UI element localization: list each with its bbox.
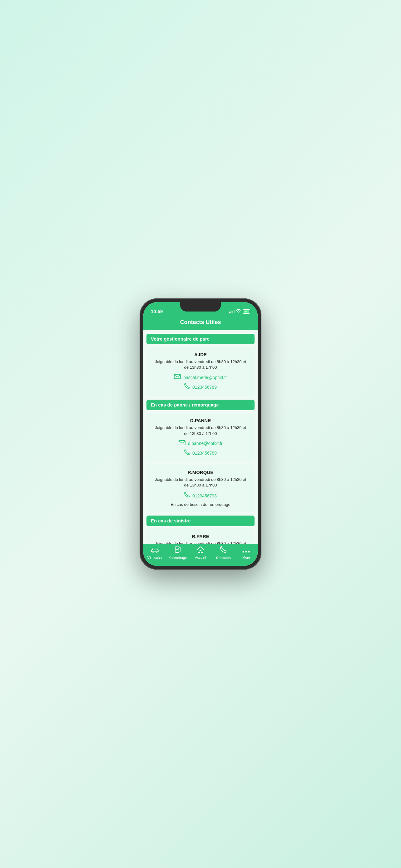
fuel-icon	[175, 546, 181, 555]
section-header-panne-label: En cas de panne / remorquage	[151, 402, 219, 407]
app-header: Contacts Utiles	[143, 316, 258, 330]
phone-icon-dpanne	[184, 449, 190, 457]
contact-rmorque-hours: Joignable du lundi au vendredi de 8h30 à…	[153, 477, 248, 488]
contact-rpare-name: R.PARE	[153, 534, 248, 539]
mail-icon-aide	[174, 374, 181, 380]
nav-more-label: More	[242, 556, 250, 559]
svg-point-7	[153, 552, 154, 553]
contact-rmorque-note: En cas de besoin de remorquage	[153, 502, 248, 507]
contact-card-rpare: R.PARE Joignable du lundi au vendredi de…	[146, 529, 255, 544]
nav-item-kilometrage[interactable]: Kilométrage	[166, 546, 189, 560]
contact-aide-name: A.IDE	[153, 352, 248, 357]
nav-accueil-label: Accueil	[195, 556, 206, 559]
section-header-gestionnaire: Votre gestionnaire de parc	[146, 334, 255, 344]
phone-nav-icon	[220, 546, 226, 555]
section-header-sinistre-label: En cas de sinistre	[151, 518, 191, 523]
status-time: 10:59	[151, 309, 163, 314]
contact-card-rmorque: R.MORQUE Joignable du lundi au vendredi …	[146, 465, 255, 512]
svg-point-11	[243, 551, 244, 553]
app-header-title: Contacts Utiles	[180, 319, 221, 325]
nav-item-vehicules[interactable]: Véhicules	[143, 547, 166, 559]
phone-frame: 10:59	[140, 299, 261, 569]
contact-aide-hours: Joignable du lundi au vendredi de 8h30 à…	[153, 359, 248, 370]
status-icons	[229, 309, 250, 314]
contact-dpanne-name: D.PANNE	[153, 418, 248, 423]
contact-dpanne-phone[interactable]: 0123456789	[192, 451, 217, 456]
contact-aide-email[interactable]: pascal.merle@optixt.fr	[183, 375, 227, 380]
contact-rpare-hours: Joignable du lundi au vendredi de 8h30 à…	[153, 541, 248, 544]
nav-item-more[interactable]: More	[235, 547, 258, 559]
more-icon	[242, 547, 250, 555]
svg-rect-10	[176, 548, 178, 550]
svg-rect-1	[248, 311, 249, 312]
contact-rmorque-phone-row[interactable]: 0123456798	[153, 492, 248, 500]
section-header-panne: En cas de panne / remorquage	[146, 400, 255, 410]
phone-screen: 10:59	[143, 302, 258, 566]
signal-icon	[229, 310, 235, 313]
contact-dpanne-phone-row[interactable]: 0123456789	[153, 449, 248, 457]
contact-rmorque-phone[interactable]: 0123456798	[192, 493, 217, 498]
contact-dpanne-hours: Joignable du lundi au vendredi de 8h30 à…	[153, 425, 248, 436]
nav-item-accueil[interactable]: Accueil	[189, 547, 212, 559]
notch	[180, 302, 221, 312]
svg-point-13	[248, 551, 250, 553]
svg-point-8	[156, 552, 157, 553]
svg-rect-3	[174, 374, 180, 379]
nav-vehicules-label: Véhicules	[147, 556, 162, 559]
contact-card-dpanne: D.PANNE Joignable du lundi au vendredi d…	[146, 413, 255, 462]
contact-rmorque-name: R.MORQUE	[153, 470, 248, 475]
section-header-sinistre: En cas de sinistre	[146, 516, 255, 526]
wifi-icon	[236, 309, 241, 314]
contact-aide-phone[interactable]: 0123456789	[192, 384, 217, 390]
svg-rect-6	[152, 550, 158, 552]
contact-aide-email-row[interactable]: pascal.merle@optixt.fr	[153, 374, 248, 380]
nav-kilometrage-label: Kilométrage	[168, 556, 187, 560]
mail-icon-dpanne	[179, 440, 186, 447]
home-icon	[197, 547, 204, 555]
car-icon	[151, 547, 159, 555]
bottom-nav: Véhicules Kilométrage	[143, 544, 258, 566]
nav-item-contacts[interactable]: Contacts	[212, 546, 235, 560]
svg-rect-4	[179, 440, 185, 445]
section-header-gestionnaire-label: Votre gestionnaire de parc	[151, 336, 209, 342]
contact-dpanne-email[interactable]: d.panne@optixt.fr	[188, 441, 223, 446]
main-content[interactable]: Votre gestionnaire de parc A.IDE Joignab…	[143, 330, 258, 544]
contact-card-aide: A.IDE Joignable du lundi au vendredi de …	[146, 347, 255, 396]
phone-icon-rmorque	[184, 492, 190, 500]
phone-icon-aide	[184, 383, 190, 391]
battery-icon	[243, 309, 250, 314]
contact-dpanne-email-row[interactable]: d.panne@optixt.fr	[153, 440, 248, 447]
svg-point-12	[245, 551, 247, 553]
nav-contacts-label: Contacts	[216, 556, 231, 560]
contact-aide-phone-row[interactable]: 0123456789	[153, 383, 248, 391]
